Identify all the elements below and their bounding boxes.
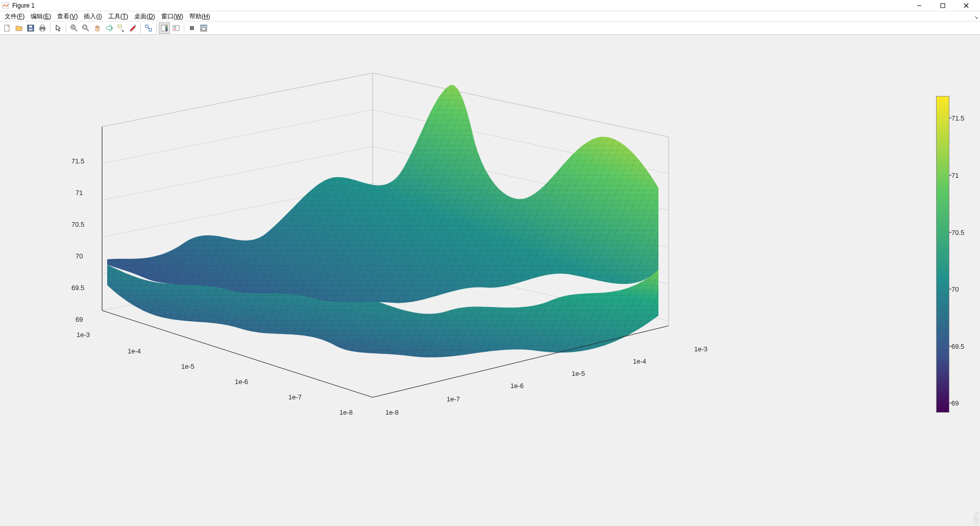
rotate-3d-icon[interactable] bbox=[104, 22, 115, 34]
minimize-button[interactable] bbox=[908, 0, 931, 11]
z-tick-0: 69 bbox=[76, 316, 83, 323]
new-file-icon[interactable] bbox=[2, 22, 13, 34]
x-tick-5: 1e-3 bbox=[694, 345, 707, 353]
menu-tools[interactable]: 工具(T) bbox=[105, 11, 131, 21]
svg-line-48 bbox=[102, 110, 373, 163]
menu-window[interactable]: 窗口(W) bbox=[158, 11, 186, 21]
z-tick-5: 71.5 bbox=[71, 157, 84, 165]
svg-rect-29 bbox=[161, 25, 165, 31]
svg-rect-36 bbox=[201, 25, 207, 27]
legend-icon[interactable] bbox=[170, 22, 182, 34]
dock-figure-icon[interactable] bbox=[198, 22, 209, 34]
open-folder-icon[interactable] bbox=[13, 22, 24, 34]
close-button[interactable] bbox=[954, 0, 978, 11]
toolbar bbox=[0, 21, 980, 35]
colorbar-tick-4: 71 bbox=[951, 172, 959, 179]
svg-rect-12 bbox=[41, 29, 44, 31]
svg-line-18 bbox=[86, 29, 89, 31]
svg-point-25 bbox=[135, 25, 136, 26]
y-tick-0: 1e-8 bbox=[339, 409, 353, 416]
menu-corner-icon[interactable]: ↘ bbox=[974, 14, 978, 20]
svg-point-24 bbox=[122, 30, 124, 32]
title-left: Figure 1 bbox=[2, 2, 35, 9]
menu-desktop[interactable]: 桌面(D) bbox=[131, 11, 158, 21]
colorbar-tick-0: 69 bbox=[951, 399, 959, 407]
colorbar-ticks: 69 69.5 70 70.5 71 71.5 bbox=[951, 96, 980, 413]
colorbar-icon[interactable] bbox=[159, 22, 170, 34]
y-tick-3: 1e-5 bbox=[181, 363, 194, 370]
x-tick-3: 1e-5 bbox=[572, 370, 585, 377]
svg-rect-11 bbox=[41, 25, 44, 27]
toolbar-separator bbox=[156, 23, 157, 33]
maximize-button[interactable] bbox=[931, 0, 954, 11]
brush-icon[interactable] bbox=[127, 22, 138, 34]
x-tick-1: 1e-7 bbox=[447, 395, 460, 403]
z-tick-4: 71 bbox=[76, 189, 83, 197]
z-tick-2: 70 bbox=[76, 252, 83, 260]
menu-insert[interactable]: 插入(I) bbox=[81, 11, 105, 21]
y-tick-2: 1e-6 bbox=[235, 378, 248, 386]
y-tick-1: 1e-7 bbox=[288, 393, 302, 401]
menu-bar: 文件(F) 编辑(E) 查看(V) 插入(I) 工具(T) 桌面(D) 窗口(W… bbox=[0, 11, 980, 21]
window-controls bbox=[908, 0, 978, 11]
colorbar-gradient bbox=[936, 96, 949, 413]
colorbar[interactable]: 69 69.5 70 70.5 71 71.5 bbox=[936, 96, 949, 413]
svg-line-14 bbox=[75, 29, 77, 31]
svg-line-28 bbox=[148, 28, 149, 29]
y-tick-5: 1e-3 bbox=[77, 331, 90, 339]
menu-file[interactable]: 文件(F) bbox=[2, 11, 28, 21]
svg-rect-31 bbox=[173, 26, 179, 31]
svg-rect-30 bbox=[166, 25, 167, 31]
svg-rect-34 bbox=[190, 26, 194, 30]
resize-handle[interactable] bbox=[974, 512, 979, 525]
toolbar-separator bbox=[66, 23, 66, 33]
figure-axes-container[interactable]: 69 69.5 70 70.5 71 71.5 1e-3 1e-4 1e-5 1… bbox=[0, 35, 980, 526]
x-tick-4: 1e-4 bbox=[633, 357, 646, 365]
z-tick-3: 70.5 bbox=[71, 221, 84, 228]
x-tick-2: 1e-6 bbox=[510, 382, 524, 390]
colorbar-tick-5: 71.5 bbox=[951, 114, 964, 122]
data-cursor-icon[interactable] bbox=[115, 22, 127, 34]
matlab-figure-icon bbox=[2, 2, 9, 9]
menu-view[interactable]: 查看(V) bbox=[54, 11, 81, 21]
stop-icon[interactable] bbox=[186, 22, 198, 34]
colorbar-tick-2: 70 bbox=[951, 285, 959, 293]
svg-rect-2 bbox=[941, 4, 945, 8]
toolbar-separator bbox=[50, 23, 51, 33]
svg-rect-27 bbox=[149, 29, 152, 31]
y-tick-4: 1e-4 bbox=[128, 347, 141, 355]
svg-rect-8 bbox=[29, 26, 32, 28]
svg-rect-26 bbox=[145, 25, 148, 28]
colorbar-tick-3: 70.5 bbox=[951, 228, 964, 236]
colorbar-tick-1: 69.5 bbox=[951, 342, 964, 350]
pan-hand-icon[interactable] bbox=[92, 22, 103, 34]
link-plots-icon[interactable] bbox=[143, 22, 154, 34]
toolbar-separator bbox=[140, 23, 141, 33]
save-icon[interactable] bbox=[25, 22, 36, 34]
pointer-icon[interactable] bbox=[53, 22, 64, 34]
axes-3d[interactable] bbox=[46, 50, 730, 428]
svg-rect-9 bbox=[29, 29, 33, 31]
zoom-in-icon[interactable] bbox=[68, 22, 80, 34]
svg-rect-37 bbox=[202, 28, 206, 30]
svg-rect-22 bbox=[118, 25, 121, 28]
svg-line-53 bbox=[373, 73, 669, 137]
z-tick-1: 69.5 bbox=[71, 284, 84, 292]
menu-help[interactable]: 帮助(H) bbox=[186, 11, 213, 21]
window-title: Figure 1 bbox=[12, 2, 35, 9]
svg-line-47 bbox=[102, 73, 373, 127]
toolbar-separator bbox=[184, 23, 184, 33]
x-tick-0: 1e-8 bbox=[385, 409, 399, 416]
print-icon[interactable] bbox=[37, 22, 48, 34]
menu-edit[interactable]: 编辑(E) bbox=[28, 11, 54, 21]
title-bar: Figure 1 bbox=[0, 0, 980, 11]
zoom-out-icon[interactable] bbox=[80, 22, 91, 34]
